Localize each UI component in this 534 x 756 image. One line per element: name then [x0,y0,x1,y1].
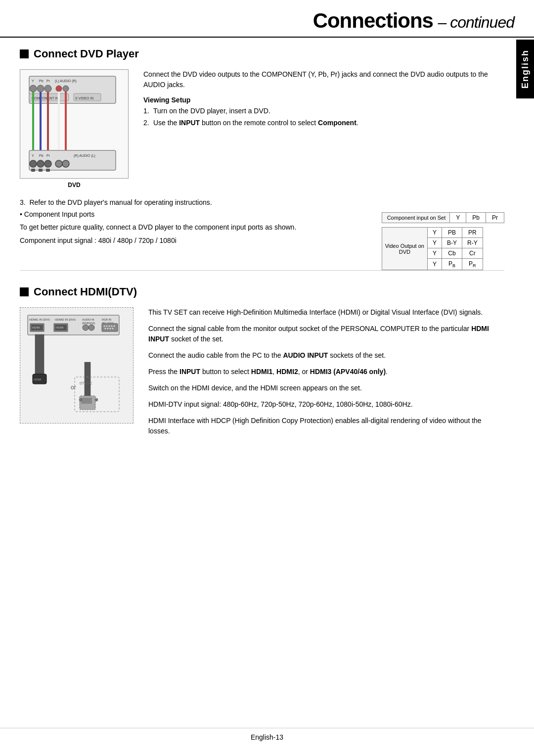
video-output-table: Video Output onDVD Y PB PR Y B-Y R-Y Y C… [382,227,483,270]
svg-text:(R) AUDIO (L): (R) AUDIO (L) [74,154,95,158]
hdmi-section-square-icon [20,287,29,296]
page-header: Connections – continued [0,0,534,38]
svg-point-60 [110,328,111,330]
page-title: Connections – continued [313,11,514,32]
svg-point-32 [55,160,62,167]
viewing-setup-title: Viewing Setup [143,96,504,104]
hdmi-section: Connect HDMI(DTV) HDMI1 IN (DVI) HDMI2 I… [20,285,504,442]
svg-point-70 [95,398,98,401]
svg-point-6 [37,85,44,92]
video-output-label: Video Output onDVD [382,228,427,270]
hdmi-para1: This TV SET can receive High-Definition … [148,307,504,318]
svg-point-61 [112,328,114,330]
hdmi-diagram-area: HDMI1 IN (DVI) HDMI2 IN (DVI) AUDIO IN (… [20,307,134,442]
dvd-diagram-area: Y Pb Pr (L) AUDIO (R) COMPONENT IN [20,69,129,189]
hdmi-para2: Connect the signal cable from the monito… [148,324,504,344]
svg-point-9 [63,86,69,92]
svg-point-54 [106,326,108,327]
svg-text:HDMI: HDMI [34,378,42,381]
hdmi-para7: HDMI Interface with HDCP (High Definitio… [148,416,504,436]
svg-text:Pr: Pr [46,79,50,83]
svg-text:or: or [71,384,76,391]
vo-row1-pr: PR [462,228,483,238]
dvd-diagram-label: DVD [20,182,129,189]
hdmi-diagram-box: HDMI1 IN (DVI) HDMI2 IN (DVI) AUDIO IN (… [20,307,134,424]
svg-point-8 [56,86,62,92]
svg-text:Pb: Pb [39,154,44,157]
svg-text:Y: Y [32,79,34,83]
svg-point-29 [30,160,37,167]
svg-text:HDMI1 IN (DVI): HDMI1 IN (DVI) [29,318,50,321]
vo-row3-cr: Cr [462,248,483,259]
svg-point-56 [111,326,113,327]
component-input-table: Component input on Set Y Pb Pr [382,212,504,223]
vo-row4-pb: PB [442,259,462,270]
svg-text:(RGB/DVI): (RGB/DVI) [82,322,95,325]
vo-row1-y: Y [427,228,442,238]
svg-rect-35 [39,169,43,172]
svg-text:Y: Y [32,154,34,157]
dvd-diagram-svg: Y Pb Pr (L) AUDIO (R) COMPONENT IN [24,74,121,173]
svg-point-7 [44,85,51,92]
svg-text:HDMI2 IN (DVI): HDMI2 IN (DVI) [55,318,76,321]
svg-point-31 [44,160,51,167]
section-square-icon [20,49,29,58]
svg-point-57 [114,326,115,327]
dvd-intro-text: Connect the DVD video outputs to the COM… [143,69,504,90]
dvd-step-1: 1. Turn on the DVD player, insert a DVD. [143,107,504,115]
svg-text:DTV/PC: DTV/PC [80,381,92,385]
dvd-text-area: Connect the DVD video outputs to the COM… [143,69,504,189]
dvd-section: Connect DVD Player Y Pb Pr (L) AUDIO (R) [20,47,504,244]
component-table-label: Component input on Set [382,213,450,223]
svg-point-58 [105,328,106,330]
svg-rect-52 [102,324,118,331]
svg-text:COMPONENT IN: COMPONENT IN [32,96,58,100]
svg-point-69 [79,398,82,401]
vo-row3-y: Y [427,248,442,259]
vo-row3-cb: Cb [442,248,462,259]
dvd-below-area: 3. Refer to the DVD player's manual for … [20,198,504,244]
component-col-pr: Pr [486,213,504,223]
svg-text:Pb: Pb [39,79,44,83]
svg-rect-36 [46,169,50,172]
svg-text:(L) AUDIO (R): (L) AUDIO (R) [55,79,77,83]
vo-row2-ry: R-Y [462,238,483,248]
dvd-steps-list: 1. Turn on the DVD player, insert a DVD.… [143,107,504,127]
vo-row4-y: Y [427,259,442,270]
dvd-diagram-box: Y Pb Pr (L) AUDIO (R) COMPONENT IN [20,69,129,179]
svg-rect-68 [81,398,92,404]
hdmi-text-area: This TV SET can receive High-Definition … [148,307,504,442]
component-col-pb: Pb [466,213,486,223]
hdmi-para5: Switch on the HDMI device, and the HDMI … [148,383,504,393]
svg-point-33 [62,160,69,167]
hdmi-para4: Press the INPUT button to select HDMI1, … [148,367,504,377]
svg-text:S VIDEO IN: S VIDEO IN [75,96,93,100]
hdmi-para6: HDMI-DTV input signal: 480p-60Hz, 720p-5… [148,399,504,410]
section-divider [20,270,504,271]
dvd-step-2: 2. Use the INPUT button on the remote co… [143,119,504,127]
svg-point-50 [83,325,89,331]
main-content: Connect DVD Player Y Pb Pr (L) AUDIO (R) [0,38,534,452]
dvd-section-body: Y Pb Pr (L) AUDIO (R) COMPONENT IN [20,69,504,189]
svg-rect-66 [85,362,90,397]
vo-row2-by: B-Y [442,238,462,248]
dvd-section-header: Connect DVD Player [20,47,504,60]
svg-text:HDMI: HDMI [32,326,40,329]
svg-rect-62 [35,334,44,374]
hdmi-section-header: Connect HDMI(DTV) [20,285,504,298]
vo-row4-pr: PR [462,259,483,270]
svg-point-53 [104,326,105,327]
page-footer: English-13 [0,728,534,741]
svg-point-5 [30,85,37,92]
hdmi-diagram-svg: HDMI1 IN (DVI) HDMI2 IN (DVI) AUDIO IN (… [25,313,124,417]
dvd-step-3: 3. Refer to the DVD player's manual for … [20,198,504,206]
svg-point-30 [37,160,44,167]
svg-point-51 [89,325,94,331]
svg-text:AUDIO IN: AUDIO IN [82,318,94,321]
english-language-tab: English [516,40,534,98]
component-col-y: Y [450,213,466,223]
svg-text:Pr: Pr [46,154,50,157]
hdmi-content-area: HDMI1 IN (DVI) HDMI2 IN (DVI) AUDIO IN (… [20,307,504,442]
svg-rect-34 [31,169,35,172]
svg-text:HDMI: HDMI [56,326,64,329]
